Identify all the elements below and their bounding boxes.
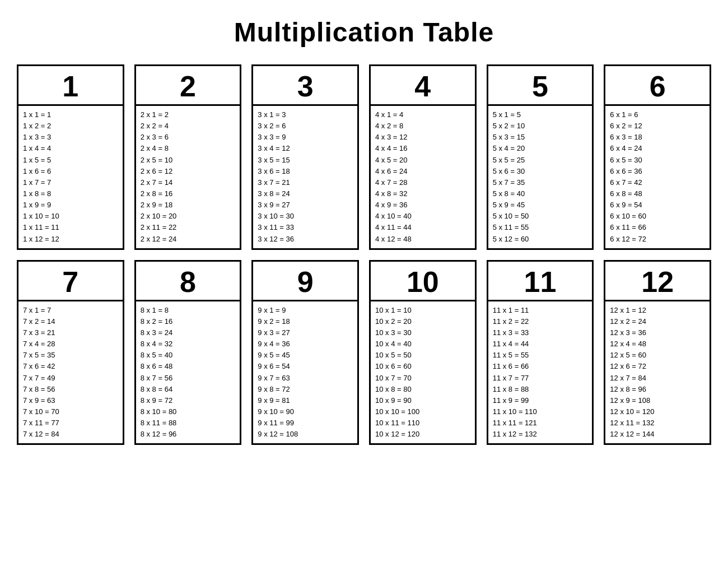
table-row: 4 x 5 = 20 [375, 155, 470, 166]
table-row: 5 x 5 = 25 [493, 155, 588, 166]
table-row: 8 x 9 = 72 [141, 395, 236, 406]
table-row: 10 x 6 = 60 [375, 361, 470, 372]
table-row: 9 x 7 = 63 [258, 373, 353, 384]
table-row: 12 x 1 = 12 [610, 305, 705, 316]
table-row: 10 x 11 = 110 [375, 417, 470, 429]
table-row: 4 x 8 = 32 [375, 188, 470, 199]
table-row: 7 x 3 = 21 [23, 327, 118, 338]
table-row: 3 x 3 = 9 [258, 132, 353, 143]
table-row: 10 x 8 = 80 [375, 384, 470, 395]
table-row: 7 x 9 = 63 [23, 395, 118, 406]
table-row: 7 x 8 = 56 [23, 384, 118, 395]
table-row: 5 x 6 = 30 [493, 166, 588, 177]
table-row: 2 x 1 = 2 [141, 109, 236, 120]
table-row: 8 x 7 = 56 [141, 373, 236, 384]
table-row: 7 x 2 = 14 [23, 316, 118, 327]
table-row: 1 x 9 = 9 [23, 199, 118, 211]
table-card-1: 11 x 1 = 11 x 2 = 21 x 3 = 31 x 4 = 41 x… [17, 64, 124, 250]
table-row: 3 x 2 = 6 [258, 120, 353, 132]
table-row: 11 x 9 = 99 [493, 395, 588, 406]
table-header-8: 8 [136, 262, 240, 301]
table-row: 5 x 12 = 60 [493, 234, 588, 245]
table-row: 12 x 4 = 48 [610, 338, 705, 350]
table-row: 6 x 3 = 18 [610, 132, 705, 143]
table-header-2: 2 [136, 66, 240, 106]
table-row: 2 x 11 = 22 [141, 222, 236, 233]
table-row: 3 x 6 = 18 [258, 166, 353, 177]
table-body-8: 8 x 1 = 88 x 2 = 168 x 3 = 248 x 4 = 328… [136, 301, 240, 444]
table-row: 2 x 4 = 8 [141, 143, 236, 154]
table-row: 9 x 8 = 72 [258, 384, 353, 395]
page-title: Multiplication Table [234, 17, 494, 48]
table-row: 12 x 7 = 84 [610, 373, 705, 384]
table-row: 11 x 3 = 33 [493, 327, 588, 338]
table-row: 12 x 3 = 36 [610, 327, 705, 338]
table-row: 10 x 9 = 90 [375, 395, 470, 406]
table-grid-row1: 11 x 1 = 11 x 2 = 21 x 3 = 31 x 4 = 41 x… [17, 64, 711, 250]
table-row: 1 x 11 = 11 [23, 222, 118, 233]
table-row: 7 x 11 = 77 [23, 417, 118, 429]
table-row: 3 x 4 = 12 [258, 143, 353, 154]
table-card-3: 33 x 1 = 33 x 2 = 63 x 3 = 93 x 4 = 123 … [251, 64, 359, 250]
table-row: 12 x 2 = 24 [610, 316, 705, 327]
table-row: 2 x 7 = 14 [141, 177, 236, 188]
table-row: 1 x 12 = 12 [23, 234, 118, 245]
table-row: 3 x 1 = 3 [258, 109, 353, 120]
table-row: 4 x 7 = 28 [375, 177, 470, 188]
table-header-6: 6 [605, 66, 710, 106]
table-row: 7 x 6 = 42 [23, 361, 118, 372]
table-card-5: 55 x 1 = 55 x 2 = 105 x 3 = 155 x 4 = 20… [487, 64, 594, 250]
table-body-3: 3 x 1 = 33 x 2 = 63 x 3 = 93 x 4 = 123 x… [253, 106, 357, 248]
table-row: 9 x 1 = 9 [258, 305, 353, 316]
table-row: 2 x 12 = 24 [141, 234, 236, 245]
table-row: 4 x 1 = 4 [375, 109, 470, 120]
table-row: 9 x 6 = 54 [258, 361, 353, 372]
table-row: 10 x 5 = 50 [375, 350, 470, 361]
table-header-12: 12 [605, 262, 710, 301]
table-row: 2 x 5 = 10 [141, 155, 236, 166]
table-row: 4 x 6 = 24 [375, 166, 470, 177]
table-header-5: 5 [488, 66, 592, 106]
table-row: 3 x 5 = 15 [258, 155, 353, 166]
table-row: 5 x 2 = 10 [493, 120, 588, 132]
table-row: 11 x 6 = 66 [493, 361, 588, 372]
table-row: 1 x 7 = 7 [23, 177, 118, 188]
table-row: 11 x 5 = 55 [493, 350, 588, 361]
table-row: 8 x 6 = 48 [141, 361, 236, 372]
table-row: 6 x 12 = 72 [610, 234, 705, 245]
table-row: 7 x 5 = 35 [23, 350, 118, 361]
table-row: 1 x 5 = 5 [23, 155, 118, 166]
table-row: 12 x 5 = 60 [610, 350, 705, 361]
table-row: 9 x 9 = 81 [258, 395, 353, 406]
table-card-9: 99 x 1 = 99 x 2 = 189 x 3 = 279 x 4 = 36… [251, 260, 359, 445]
table-row: 3 x 7 = 21 [258, 177, 353, 188]
table-row: 8 x 4 = 32 [141, 338, 236, 350]
table-row: 11 x 12 = 132 [493, 429, 588, 440]
table-row: 6 x 2 = 12 [610, 120, 705, 132]
table-grid-row2: 77 x 1 = 77 x 2 = 147 x 3 = 217 x 4 = 28… [17, 260, 711, 445]
table-row: 11 x 11 = 121 [493, 417, 588, 429]
table-row: 5 x 9 = 45 [493, 199, 588, 211]
table-row: 2 x 2 = 4 [141, 120, 236, 132]
table-row: 3 x 12 = 36 [258, 234, 353, 245]
table-row: 1 x 6 = 6 [23, 166, 118, 177]
table-row: 3 x 8 = 24 [258, 188, 353, 199]
table-row: 10 x 2 = 20 [375, 316, 470, 327]
table-row: 6 x 8 = 48 [610, 188, 705, 199]
table-header-3: 3 [253, 66, 357, 106]
table-header-7: 7 [18, 262, 123, 301]
table-row: 6 x 5 = 30 [610, 155, 705, 166]
table-row: 4 x 12 = 48 [375, 234, 470, 245]
table-row: 1 x 2 = 2 [23, 120, 118, 132]
table-row: 8 x 11 = 88 [141, 417, 236, 429]
table-row: 12 x 8 = 96 [610, 384, 705, 395]
table-body-10: 10 x 1 = 1010 x 2 = 2010 x 3 = 3010 x 4 … [371, 301, 475, 444]
table-row: 9 x 11 = 99 [258, 417, 353, 429]
table-body-1: 1 x 1 = 11 x 2 = 21 x 3 = 31 x 4 = 41 x … [18, 106, 123, 248]
table-row: 5 x 1 = 5 [493, 109, 588, 120]
table-card-2: 22 x 1 = 22 x 2 = 42 x 3 = 62 x 4 = 82 x… [134, 64, 242, 250]
table-row: 1 x 10 = 10 [23, 211, 118, 222]
table-card-4: 44 x 1 = 44 x 2 = 84 x 3 = 124 x 4 = 164… [369, 64, 477, 250]
table-row: 5 x 8 = 40 [493, 188, 588, 199]
table-row: 8 x 8 = 64 [141, 384, 236, 395]
